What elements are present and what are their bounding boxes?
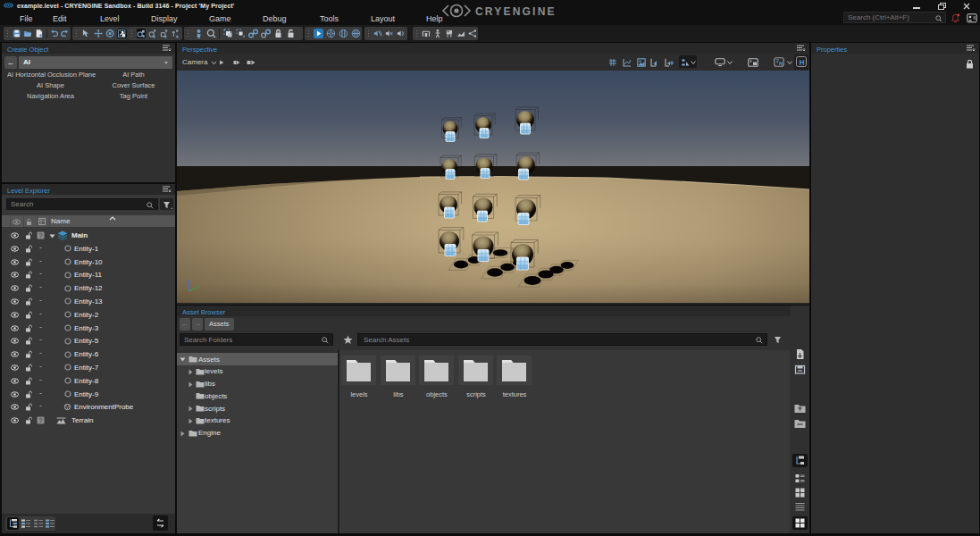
svg-text:CRYENGINE: CRYENGINE [475,5,557,18]
svg-text:?: ? [39,417,43,423]
svg-text:?: ? [39,232,43,239]
svg-text:N: N [779,61,783,66]
